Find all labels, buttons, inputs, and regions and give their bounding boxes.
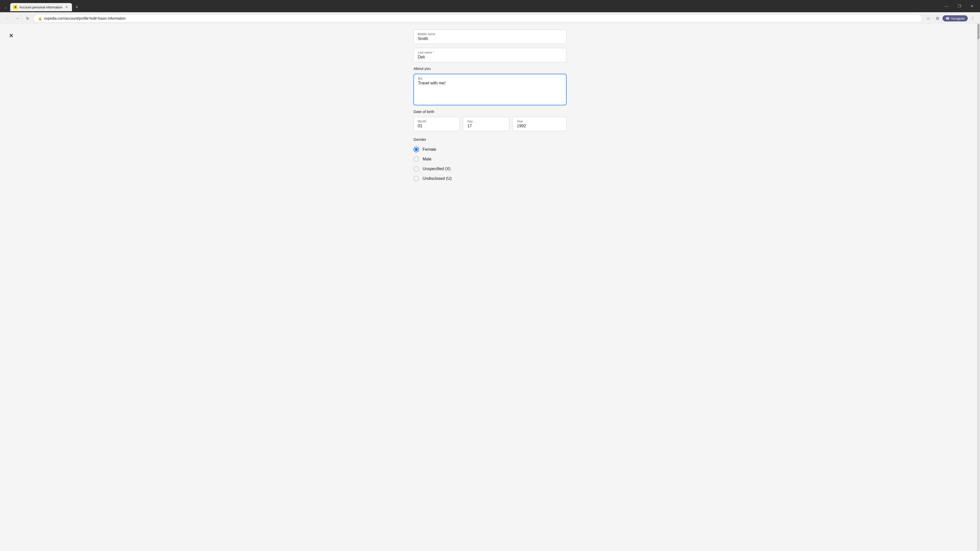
gender-female-radio[interactable] xyxy=(414,147,419,152)
middle-name-field: Middle name xyxy=(414,30,566,44)
tab-dropdown[interactable]: ⌄ xyxy=(2,4,9,10)
about-you-label: About you xyxy=(414,66,566,71)
bio-input[interactable]: Travel with me! xyxy=(418,81,562,101)
day-input[interactable] xyxy=(467,124,505,128)
gender-unspecified-radio[interactable] xyxy=(414,166,419,171)
date-of-birth-section: Date of birth Month Day Year xyxy=(414,110,566,131)
window-controls: — ❐ ✕ xyxy=(941,2,978,12)
bio-wrapper: Bio Travel with me! ⤡ xyxy=(414,74,566,105)
page-content: ✕ Middle name Last name * About you Bio … xyxy=(0,24,980,551)
bio-label: Bio xyxy=(418,77,562,80)
tab-title: Account personal information xyxy=(19,5,62,9)
tab-bar: ⌄ ✈ Account personal information × + — ❐… xyxy=(0,0,980,12)
gender-unspecified-option[interactable]: Unspecified (X) xyxy=(414,164,566,174)
month-field: Month xyxy=(414,117,460,131)
middle-name-wrapper: Middle name xyxy=(414,30,566,44)
gender-female-label: Female xyxy=(423,147,436,152)
scrollbar-thumb[interactable] xyxy=(977,24,980,39)
date-of-birth-label: Date of birth xyxy=(414,110,566,114)
gender-female-option[interactable]: Female xyxy=(414,144,566,154)
restore-button[interactable]: ❐ xyxy=(953,2,965,10)
incognito-badge[interactable]: Incognito xyxy=(942,15,968,21)
browser-chrome: ⌄ ✈ Account personal information × + — ❐… xyxy=(0,0,980,24)
back-button[interactable]: ← xyxy=(3,14,11,22)
year-input[interactable] xyxy=(517,124,562,128)
forward-button[interactable]: → xyxy=(13,14,21,22)
last-name-label: Last name * xyxy=(418,51,562,54)
day-field: Day xyxy=(463,117,509,131)
year-label: Year xyxy=(517,120,562,123)
tab-favicon: ✈ xyxy=(13,5,18,9)
month-input[interactable] xyxy=(418,124,455,128)
split-view-button[interactable]: ⧉ xyxy=(933,14,942,22)
incognito-icon xyxy=(945,16,950,21)
page-close-button[interactable]: ✕ xyxy=(6,30,16,41)
toolbar-actions: ☆ ⧉ Incognito ⋮ xyxy=(924,14,977,22)
gender-undisclosed-label: Undisclosed (U) xyxy=(423,176,452,181)
last-name-wrapper: Last name * xyxy=(414,48,566,62)
textarea-resize-handle[interactable]: ⤡ xyxy=(562,101,565,104)
gender-undisclosed-radio[interactable] xyxy=(414,176,419,181)
middle-name-label: Middle name xyxy=(418,32,562,36)
close-icon: ✕ xyxy=(9,32,14,39)
gender-label: Gender xyxy=(414,137,566,141)
gender-undisclosed-option[interactable]: Undisclosed (U) xyxy=(414,174,566,183)
menu-button[interactable]: ⋮ xyxy=(969,14,977,22)
window-close-button[interactable]: ✕ xyxy=(966,2,978,10)
dob-row: Month Day Year xyxy=(414,117,566,131)
address-bar[interactable]: 🔒 expedia.com/account/profile?edit=basic… xyxy=(34,14,922,22)
middle-name-input[interactable] xyxy=(418,37,562,41)
minimize-button[interactable]: — xyxy=(941,2,953,10)
gender-section: Gender Female Male Unspecified (X) Undis… xyxy=(414,137,566,183)
day-label: Day xyxy=(467,120,505,123)
form-container: Middle name Last name * About you Bio Tr… xyxy=(414,24,566,194)
gender-male-option[interactable]: Male xyxy=(414,154,566,164)
incognito-label: Incognito xyxy=(951,17,965,21)
reload-button[interactable]: ↻ xyxy=(24,14,32,22)
bookmark-button[interactable]: ☆ xyxy=(924,14,932,22)
active-tab[interactable]: ✈ Account personal information × xyxy=(10,3,72,11)
month-label: Month xyxy=(418,120,455,123)
about-you-section: About you Bio Travel with me! ⤡ xyxy=(414,66,566,105)
gender-unspecified-label: Unspecified (X) xyxy=(423,167,450,171)
gender-male-label: Male xyxy=(423,157,431,162)
tab-close-button[interactable]: × xyxy=(64,5,68,10)
browser-toolbar: ← → ↻ 🔒 expedia.com/account/profile?edit… xyxy=(0,12,980,24)
security-icon: 🔒 xyxy=(38,17,42,21)
gender-male-radio[interactable] xyxy=(414,156,419,162)
last-name-field: Last name * xyxy=(414,48,566,62)
url-text: expedia.com/account/profile?edit=basic-i… xyxy=(44,16,918,21)
new-tab-button[interactable]: + xyxy=(73,3,81,11)
year-field: Year xyxy=(512,117,566,131)
last-name-input[interactable] xyxy=(418,55,562,59)
scrollbar[interactable] xyxy=(977,23,980,551)
